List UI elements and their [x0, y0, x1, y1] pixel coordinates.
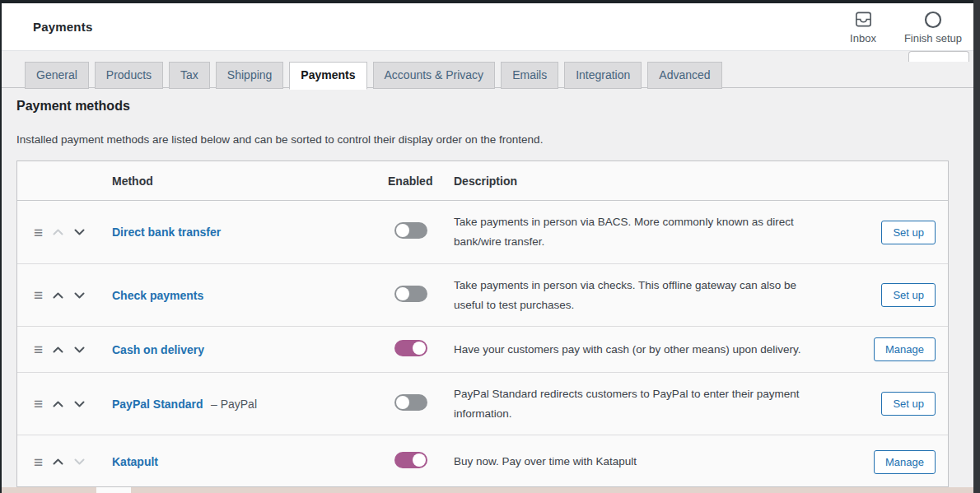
- method-description: Buy now. Pay over time with Katapult: [446, 452, 849, 472]
- action-cell: Manage: [849, 337, 948, 361]
- progress-circle-icon: [923, 10, 943, 30]
- tab-general[interactable]: General: [25, 62, 89, 89]
- move-up-icon[interactable]: [52, 346, 64, 354]
- payment-method-row: ≡ Cash on delivery Have your customers p…: [17, 327, 948, 373]
- method-cell: PayPal Standard – PayPal: [112, 397, 371, 412]
- enabled-toggle[interactable]: [394, 340, 427, 356]
- method-link[interactable]: Katapult: [112, 455, 158, 468]
- tab-payments[interactable]: Payments: [289, 62, 366, 90]
- enabled-toggle[interactable]: [394, 452, 427, 468]
- drag-handle-icon[interactable]: ≡: [34, 342, 43, 357]
- enabled-toggle[interactable]: [394, 394, 427, 411]
- move-down-icon[interactable]: [73, 458, 86, 466]
- inbox-icon: [854, 10, 873, 30]
- table-header-row: Method Enabled Description: [17, 161, 948, 201]
- move-down-icon[interactable]: [73, 291, 86, 300]
- method-link[interactable]: Cash on delivery: [112, 343, 204, 356]
- sort-cell: ≡: [17, 342, 112, 357]
- enabled-cell: [371, 222, 446, 242]
- method-cell: Check payments: [112, 288, 371, 303]
- finish-setup-button[interactable]: Finish setup: [904, 10, 962, 44]
- drag-handle-icon[interactable]: ≡: [34, 287, 43, 303]
- action-cell: Set up: [849, 221, 948, 244]
- sort-cell: ≡: [17, 454, 112, 470]
- tab-accounts-privacy[interactable]: Accounts & Privacy: [373, 62, 496, 89]
- move-down-icon[interactable]: [73, 400, 86, 408]
- method-description: Take payments in person via BACS. More c…: [446, 212, 849, 252]
- section-heading: Payment methods: [16, 99, 130, 114]
- finish-setup-label: Finish setup: [904, 32, 962, 44]
- move-up-icon[interactable]: [52, 458, 64, 466]
- section-description: Installed payment methods are listed bel…: [16, 133, 543, 146]
- enabled-toggle[interactable]: [394, 286, 427, 302]
- method-link[interactable]: Direct bank transfer: [112, 226, 221, 239]
- tab-tax[interactable]: Tax: [169, 62, 210, 89]
- tab-shipping[interactable]: Shipping: [216, 62, 284, 89]
- method-description: Have your customers pay with cash (or by…: [446, 340, 849, 360]
- method-suffix: – PayPal: [211, 398, 257, 411]
- method-cell: Direct bank transfer: [112, 225, 371, 240]
- method-cell: Katapult: [112, 454, 371, 469]
- sort-cell: ≡: [17, 287, 112, 303]
- toggle-knob: [413, 342, 426, 355]
- background-window-strip: [2, 487, 973, 493]
- move-up-icon[interactable]: [52, 228, 64, 236]
- action-cell: Set up: [849, 392, 948, 416]
- setup-manage-button[interactable]: Set up: [881, 221, 936, 244]
- window-edge-right[interactable]: [973, 0, 980, 493]
- toggle-knob: [396, 224, 409, 237]
- window-edge-top: [0, 0, 980, 3]
- drag-handle-icon[interactable]: ≡: [34, 454, 43, 470]
- inbox-label: Inbox: [850, 32, 876, 44]
- toggle-knob: [396, 396, 409, 409]
- enabled-cell: [371, 286, 446, 305]
- move-up-icon[interactable]: [52, 291, 64, 300]
- method-link[interactable]: Check payments: [112, 289, 203, 302]
- method-description: Take payments in person via checks. This…: [446, 276, 849, 315]
- setup-manage-button[interactable]: Manage: [874, 337, 936, 361]
- enabled-toggle[interactable]: [394, 222, 427, 239]
- table-body: ≡ Direct bank transfer Take payments in …: [17, 201, 948, 487]
- window-edge-left: [0, 0, 2, 493]
- setup-manage-button[interactable]: Manage: [874, 450, 936, 474]
- method-cell: Cash on delivery: [112, 342, 371, 357]
- drag-handle-icon[interactable]: ≡: [34, 396, 43, 412]
- setup-manage-button[interactable]: Set up: [881, 283, 936, 307]
- method-description: PayPal Standard redirects customers to P…: [446, 384, 849, 424]
- action-cell: Manage: [849, 450, 948, 474]
- toggle-knob: [413, 453, 426, 467]
- enabled-cell: [371, 452, 446, 472]
- tab-integration[interactable]: Integration: [564, 62, 642, 89]
- move-down-icon[interactable]: [73, 228, 86, 236]
- method-link[interactable]: PayPal Standard: [112, 398, 203, 411]
- admin-header: Payments InboxFinish setup: [2, 3, 973, 51]
- payment-method-row: ≡ Check payments Take payments in person…: [17, 264, 948, 327]
- tab-emails[interactable]: Emails: [501, 62, 558, 89]
- enabled-cell: [371, 394, 446, 414]
- header-actions: InboxFinish setup: [850, 10, 962, 44]
- background-window-gap: [96, 487, 131, 493]
- payment-method-row: ≡ Katapult Buy now. Pay over time with K…: [17, 435, 948, 487]
- tab-advanced[interactable]: Advanced: [647, 62, 721, 89]
- finish-setup-popover-edge: [908, 51, 969, 62]
- drag-handle-icon[interactable]: ≡: [34, 225, 43, 240]
- sort-cell: ≡: [17, 396, 112, 412]
- move-down-icon[interactable]: [73, 346, 86, 354]
- action-cell: Set up: [849, 283, 948, 307]
- payment-methods-table: Method Enabled Description ≡ Direct bank…: [16, 160, 949, 487]
- enabled-column-header: Enabled: [371, 174, 446, 188]
- description-column-header: Description: [446, 174, 849, 188]
- move-up-icon[interactable]: [52, 400, 64, 408]
- enabled-cell: [371, 340, 446, 360]
- inbox-button[interactable]: Inbox: [850, 10, 876, 44]
- method-column-header: Method: [112, 174, 371, 188]
- setup-manage-button[interactable]: Set up: [881, 392, 936, 416]
- page-title: Payments: [33, 20, 92, 34]
- toggle-knob: [396, 287, 409, 300]
- payment-method-row: ≡ PayPal Standard – PayPal PayPal Standa…: [17, 373, 948, 435]
- payment-method-row: ≡ Direct bank transfer Take payments in …: [17, 201, 948, 264]
- settings-tabs: GeneralProductsTaxShippingPaymentsAccoun…: [25, 62, 722, 89]
- sort-cell: ≡: [17, 225, 112, 240]
- tab-products[interactable]: Products: [95, 62, 163, 89]
